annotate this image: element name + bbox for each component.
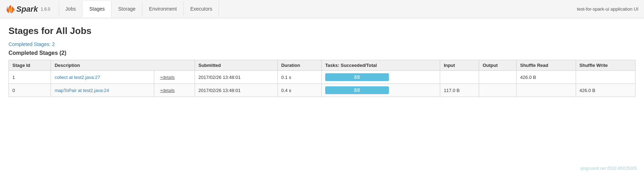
th-duration: Duration: [277, 60, 321, 71]
completed-stages-link[interactable]: Completed Stages: 2: [8, 41, 55, 47]
nav-stages[interactable]: Stages: [82, 1, 111, 17]
cell-stage-id: 0: [9, 84, 51, 97]
cell-input: 117.0 B: [440, 84, 479, 97]
spark-version: 1.6.0: [41, 7, 50, 12]
cell-details: +details: [154, 84, 195, 97]
cell-description: mapToPair at test2.java:24: [51, 84, 154, 97]
cell-shuffle-read: [516, 84, 576, 97]
spark-flame-icon: [6, 4, 16, 14]
cell-submitted: 2017/02/26 13:48:01: [195, 84, 277, 97]
th-stage-id: Stage Id: [9, 60, 51, 71]
stage-link[interactable]: mapToPair at test2.java:24: [54, 88, 109, 93]
th-tasks: Tasks: Succeeded/Total: [321, 60, 440, 71]
cell-stage-id: 1: [9, 71, 51, 84]
stage-link[interactable]: collect at test2.java:27: [54, 75, 100, 80]
table-row: 1 collect at test2.java:27 +details 2017…: [9, 71, 636, 84]
cell-shuffle-read: 426.0 B: [516, 71, 576, 84]
cell-submitted: 2017/02/26 13:48:01: [195, 71, 277, 84]
progress-bar-text: 2/2: [354, 75, 360, 80]
progress-bar: 2/2: [325, 86, 389, 94]
table-row: 0 mapToPair at test2.java:24 +details 20…: [9, 84, 636, 97]
th-shuffle-write: Shuffle Write: [576, 60, 635, 71]
cell-duration: 0.1 s: [277, 71, 321, 84]
navbar: Spark 1.6.0 Jobs Stages Storage Environm…: [0, 0, 644, 18]
cell-output: [479, 84, 516, 97]
cell-shuffle-write: 426.0 B: [576, 84, 635, 97]
cell-description: collect at test2.java:27: [51, 71, 154, 84]
th-submitted: Submitted: [195, 60, 277, 71]
details-link[interactable]: +details: [160, 88, 175, 93]
th-shuffle-read: Shuffle Read: [516, 60, 576, 71]
th-input: Input: [440, 60, 479, 71]
nav-environment[interactable]: Environment: [142, 1, 184, 17]
table-header-row: Stage Id Description Submitted Duration …: [9, 60, 636, 71]
main-content: Stages for All Jobs Completed Stages: 2 …: [0, 18, 644, 104]
cell-shuffle-write: [576, 71, 635, 84]
completed-header: Completed Stages: 2: [8, 41, 636, 47]
details-link[interactable]: +details: [160, 75, 175, 80]
cell-output: [479, 71, 516, 84]
nav-executors[interactable]: Executors: [184, 1, 219, 17]
cell-input: [440, 71, 479, 84]
stages-table: Stage Id Description Submitted Duration …: [8, 60, 636, 97]
page-title: Stages for All Jobs: [8, 25, 636, 36]
progress-bar-text: 2/2: [354, 88, 360, 93]
spark-logo-text: Spark: [16, 5, 38, 14]
cell-tasks: 2/2: [321, 84, 440, 97]
cell-duration: 0.4 s: [277, 84, 321, 97]
cell-tasks: 2/2: [321, 71, 440, 84]
section-title: Completed Stages (2): [8, 50, 636, 56]
nav-jobs[interactable]: Jobs: [59, 1, 83, 17]
brand: Spark 1.6.0: [6, 4, 50, 14]
nav-links: Jobs Stages Storage Environment Executor…: [59, 1, 577, 17]
th-output: Output: [479, 60, 516, 71]
progress-bar: 2/2: [325, 73, 389, 81]
nav-storage[interactable]: Storage: [111, 1, 142, 17]
cell-details: +details: [154, 71, 195, 84]
spark-logo: Spark: [6, 4, 38, 14]
app-title: test-for-spark-ui application UI: [577, 6, 638, 12]
th-description: Description: [51, 60, 195, 71]
